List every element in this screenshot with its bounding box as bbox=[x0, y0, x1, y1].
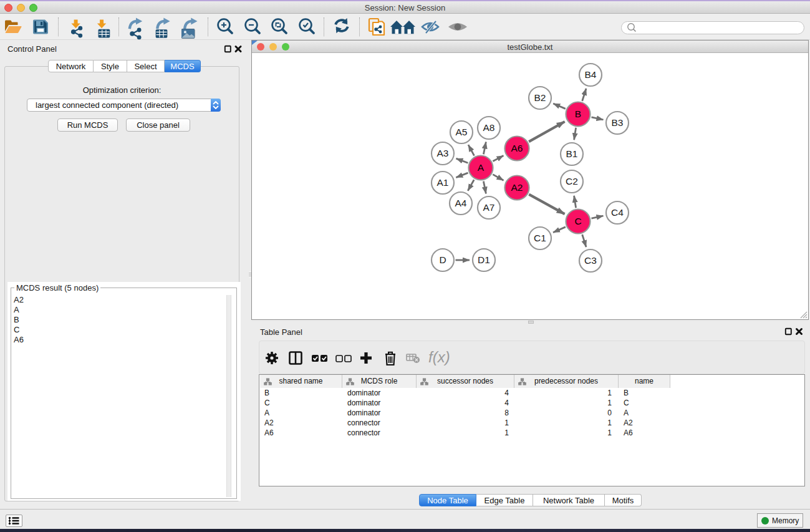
svg-text:C2: C2 bbox=[566, 176, 578, 186]
svg-text:C1: C1 bbox=[534, 233, 546, 243]
svg-text:C3: C3 bbox=[584, 255, 597, 266]
svg-text:A7: A7 bbox=[483, 202, 495, 213]
svg-text:A: A bbox=[478, 162, 485, 173]
svg-text:A5: A5 bbox=[456, 127, 468, 137]
svg-text:B3: B3 bbox=[612, 117, 624, 128]
svg-text:C4: C4 bbox=[611, 207, 624, 218]
svg-text:D: D bbox=[439, 254, 446, 265]
svg-text:B: B bbox=[575, 109, 581, 119]
svg-text:A8: A8 bbox=[483, 122, 495, 133]
svg-text:A3: A3 bbox=[437, 148, 449, 158]
svg-text:A1: A1 bbox=[437, 177, 449, 188]
svg-text:A6: A6 bbox=[511, 143, 523, 153]
svg-text:A4: A4 bbox=[455, 198, 467, 208]
svg-text:D1: D1 bbox=[478, 254, 490, 265]
svg-text:f(x): f(x) bbox=[428, 349, 450, 365]
svg-text:C: C bbox=[574, 216, 581, 226]
svg-text:B1: B1 bbox=[566, 148, 578, 159]
svg-text:A2: A2 bbox=[511, 182, 523, 193]
svg-text:B4: B4 bbox=[585, 69, 597, 80]
svg-text:B2: B2 bbox=[534, 92, 546, 103]
